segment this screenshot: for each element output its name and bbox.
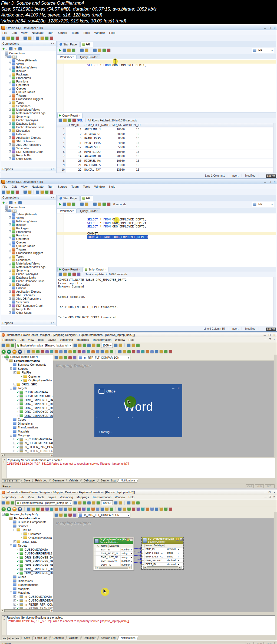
menu-item[interactable]: Help xyxy=(109,185,116,188)
toolbar-icon[interactable] xyxy=(68,350,72,353)
menu-item[interactable]: Layout xyxy=(48,338,56,341)
toolbar-icon[interactable] xyxy=(72,119,76,122)
result-row[interactable]: 2 2 ATHARVA SI 20000 10 xyxy=(57,132,276,137)
output-tab[interactable]: Notifications xyxy=(118,636,138,640)
expander-icon[interactable] xyxy=(9,62,11,65)
filter-icon[interactable] xyxy=(14,202,17,204)
toolbar-icon[interactable] xyxy=(78,501,81,504)
menu-item[interactable]: Team xyxy=(71,185,79,188)
transformation-window-buttons[interactable]: ?– xyxy=(176,538,183,541)
panel-menu-icon[interactable]: ▾ ✕ xyxy=(51,168,55,170)
designer-tool-icon[interactable]: R xyxy=(2,507,6,511)
connections-panel-header[interactable]: Connections ▾ ✕ xyxy=(1,195,56,200)
toolbar-icon[interactable] xyxy=(59,513,62,517)
toolbar-icon[interactable] xyxy=(32,350,35,353)
zoom-selector[interactable]: 100% xyxy=(101,500,113,505)
repository-tree-item[interactable]: Repsvc_laptop-juhb7j xyxy=(1,512,54,516)
tree-item[interactable]: Other Users xyxy=(1,157,56,160)
toolbar-icon[interactable] xyxy=(2,37,5,40)
expander-icon[interactable] xyxy=(9,301,11,303)
expander-icon[interactable] xyxy=(9,73,11,75)
tree-item[interactable]: XML Schemas xyxy=(1,293,56,297)
expander-icon[interactable] xyxy=(5,209,8,212)
port-row[interactable]: EMP_ID decimal xyxy=(142,547,183,551)
tree-item[interactable]: Database Links xyxy=(1,276,56,279)
output-port-icon[interactable] xyxy=(130,552,133,555)
grid-column-header[interactable]: EMP_FULL_NAME xyxy=(83,123,108,127)
repository-tree-item[interactable]: ORG_EMPLOYEE_DATA xyxy=(1,398,54,402)
output-port-icon[interactable] xyxy=(130,559,133,563)
tree-item[interactable]: Queues Tables xyxy=(1,90,56,94)
toolbar-icon[interactable] xyxy=(136,501,140,504)
output-tab[interactable]: Save xyxy=(21,636,33,640)
expander-icon[interactable] xyxy=(9,136,11,139)
expander-icon[interactable] xyxy=(10,544,12,547)
repository-tree-item[interactable]: ORG_EMPLOYEE_DEPT2 xyxy=(1,567,54,571)
tree-item[interactable]: Public Synonyms xyxy=(1,118,56,122)
transformation-icons[interactable] xyxy=(27,350,113,353)
output-tab[interactable]: Debugger xyxy=(81,479,98,483)
toolbar-icon[interactable] xyxy=(63,49,66,52)
toolbar-icon[interactable] xyxy=(119,501,122,504)
port-row[interactable]: EMP_FIRST_... string xyxy=(142,551,183,555)
expander-icon[interactable] xyxy=(9,287,11,289)
repository-tree-item[interactable]: m_CUSTOMERDETAILS xyxy=(1,599,54,603)
document-tab[interactable]: HR xyxy=(80,42,93,47)
tree-item[interactable]: Views xyxy=(1,62,56,65)
maximize-icon[interactable] xyxy=(269,180,271,183)
expander-icon[interactable] xyxy=(2,513,5,516)
tree-item[interactable]: Materialized Views xyxy=(1,108,56,111)
repository-tree-item[interactable]: Transformations xyxy=(1,425,54,430)
toolbar-icon[interactable] xyxy=(96,350,99,353)
toolbar-icon[interactable] xyxy=(50,190,53,194)
designer-tool-icon[interactable]: W xyxy=(12,507,17,511)
window-titlebar[interactable]: Informatica PowerCenter Designer - [Mapp… xyxy=(0,332,277,338)
expander-icon[interactable] xyxy=(9,237,11,240)
connection-selector[interactable]: HR xyxy=(252,202,274,207)
toolbar-icon[interactable] xyxy=(9,201,12,204)
tree-item[interactable]: Sequences xyxy=(1,104,56,108)
repository-tree-item[interactable]: Mappings xyxy=(1,591,54,595)
menu-item[interactable]: Edit xyxy=(12,185,17,188)
toolbar-icon[interactable] xyxy=(18,201,22,204)
nav-toolbar-icons[interactable] xyxy=(36,190,53,194)
menu-item[interactable]: View xyxy=(21,31,28,34)
tree-item[interactable]: Queues xyxy=(1,240,56,244)
toolbar-icon[interactable] xyxy=(6,190,10,194)
tree-item[interactable]: Queues Tables xyxy=(1,244,56,247)
expander-icon[interactable] xyxy=(10,525,12,527)
tree-item[interactable]: Directories xyxy=(1,129,56,132)
source-qualifier-transformation[interactable]: SQ_OrgEmployeeData Source Qualifier ?– N… xyxy=(142,537,183,569)
toolbar-icon[interactable] xyxy=(50,507,53,511)
input-port-icon[interactable] xyxy=(142,555,145,559)
toolbar-icon[interactable] xyxy=(98,203,101,206)
connections-panel-header[interactable]: Connections ▾ ✕ xyxy=(1,41,56,46)
toolbar-icon[interactable] xyxy=(45,350,49,353)
repository-tree-item[interactable]: ORG_EMPLOYEE_DATA xyxy=(1,556,54,560)
canvas-zoom-icons[interactable] xyxy=(55,356,76,359)
toolbar-icon[interactable] xyxy=(114,344,117,347)
toolbar-icon[interactable] xyxy=(72,49,75,52)
filter-icon[interactable] xyxy=(14,48,17,50)
repository-tree-item[interactable]: Mapplets xyxy=(1,587,54,591)
expander-icon[interactable] xyxy=(9,308,11,310)
toolbar-icon[interactable] xyxy=(36,190,39,194)
menu-item[interactable]: Navigate xyxy=(32,31,43,34)
toolbar-icon[interactable] xyxy=(118,507,121,511)
result-row[interactable]: 1 1 ANGILINA J 10000 10 xyxy=(57,127,276,132)
toolbar-icon[interactable] xyxy=(110,350,113,353)
expander-icon[interactable] xyxy=(9,84,11,86)
window-titlebar[interactable]: Informatica PowerCenter Designer - [Mapp… xyxy=(0,490,277,495)
toolbar-icon[interactable] xyxy=(137,350,140,353)
toolbar-icon[interactable] xyxy=(50,350,53,353)
repository-tree-item[interactable]: Transformations xyxy=(1,583,54,587)
expander-icon[interactable] xyxy=(9,273,11,275)
tree-item[interactable]: Materialized View Logs xyxy=(1,265,56,269)
menu-item[interactable]: Window xyxy=(115,338,125,341)
expander-icon[interactable] xyxy=(9,77,11,79)
grid-column-header[interactable]: DEPT_ID xyxy=(126,123,141,127)
repository-tree-item[interactable]: ORG_EMPLOYEE_DEPT1 xyxy=(1,563,54,567)
minimize-icon[interactable] xyxy=(264,26,266,29)
toolbar-icon[interactable] xyxy=(97,501,100,504)
menu-item[interactable]: View xyxy=(28,338,34,341)
